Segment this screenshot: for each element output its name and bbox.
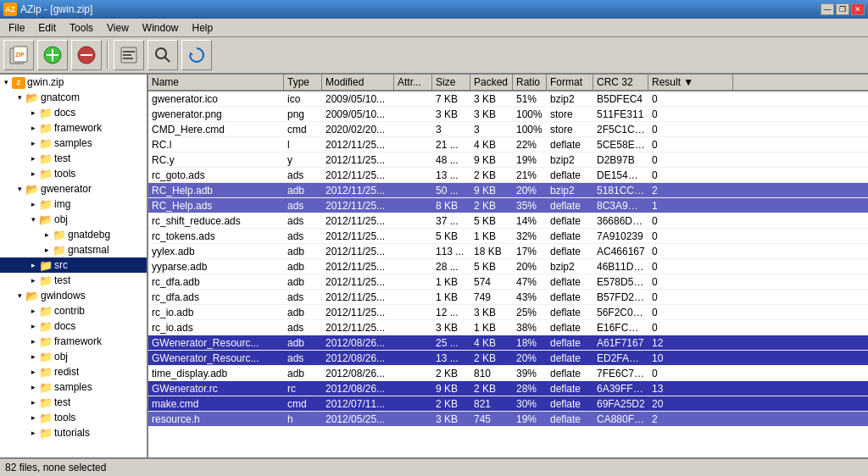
file-row[interactable]: yylex.adbadb2012/11/25...113 ...18 KB17%…: [148, 244, 868, 259]
tree-item-redist[interactable]: ▸📁redist: [0, 364, 147, 379]
tree-item-test3[interactable]: ▸📁test: [0, 395, 147, 410]
file-row[interactable]: rc_shift_reduce.adsads2012/11/25...37 ..…: [148, 213, 868, 229]
menu-file[interactable]: File: [2, 20, 31, 36]
tree-toggle-docs[interactable]: ▸: [27, 107, 39, 119]
search-button[interactable]: [147, 40, 178, 70]
file-row[interactable]: yyparse.adbadb2012/11/25...28 ...5 KB20%…: [148, 259, 868, 274]
menu-help[interactable]: Help: [186, 20, 220, 36]
tree-item-gwenerator[interactable]: ▾📂gwenerator: [0, 181, 147, 196]
menu-edit[interactable]: Edit: [31, 20, 63, 36]
tree-toggle-tools1[interactable]: ▸: [27, 168, 39, 180]
header-packed[interactable]: Packed: [470, 75, 513, 90]
tree-item-test1[interactable]: ▸📁test: [0, 151, 147, 166]
header-attr[interactable]: Attr...: [394, 75, 432, 90]
tree-toggle-test2[interactable]: ▸: [27, 274, 39, 286]
file-row[interactable]: RC.yy2012/11/25...48 ...9 KB19%bzip2D2B9…: [148, 152, 868, 168]
tree-item-gwindows[interactable]: ▾📂gwindows: [0, 288, 147, 303]
remove-button[interactable]: [71, 40, 102, 70]
header-crc[interactable]: CRC 32: [593, 75, 648, 90]
tree-item-framework1[interactable]: ▸📁framework: [0, 120, 147, 136]
tree-item-obj[interactable]: ▾📂obj: [0, 212, 147, 227]
file-row[interactable]: GWenerator_Resourc...adb2012/08/26...25 …: [148, 335, 868, 351]
file-row[interactable]: rc_goto.adsads2012/11/25...13 ...2 KB21%…: [148, 168, 868, 183]
tree-item-tutorials[interactable]: ▸📁tutorials: [0, 425, 147, 440]
tree-item-samples2[interactable]: ▸📁samples: [0, 379, 147, 395]
tree-item-contrib[interactable]: ▸📁contrib: [0, 303, 147, 318]
tree-item-tools1[interactable]: ▸📁tools: [0, 166, 147, 181]
logo-button[interactable]: ZIP: [3, 40, 34, 70]
header-result[interactable]: Result ▼: [648, 75, 733, 90]
tree-item-gnatcom[interactable]: ▾📂gnatcom: [0, 90, 147, 105]
tree-toggle-img[interactable]: ▸: [27, 198, 39, 210]
header-type[interactable]: Type: [284, 75, 322, 90]
header-format[interactable]: Format: [547, 75, 593, 90]
tree-toggle-tools2[interactable]: ▸: [27, 412, 39, 423]
tree-toggle-docs2[interactable]: ▸: [27, 320, 39, 332]
tree-item-framework2[interactable]: ▸📁framework: [0, 334, 147, 349]
header-modified[interactable]: Modified: [322, 75, 394, 90]
file-row[interactable]: rc_dfa.adbadb2012/11/25...1 KB57447%defl…: [148, 274, 868, 290]
file-row[interactable]: rc_io.adbadb2012/11/25...12 ...3 KB25%de…: [148, 305, 868, 320]
file-row[interactable]: rc_dfa.adsads2012/11/25...1 KB74943%defl…: [148, 290, 868, 305]
tree-toggle-framework2[interactable]: ▸: [27, 335, 39, 347]
file-row[interactable]: gwenerator.icoico2009/05/10...7 KB3 KB51…: [148, 91, 868, 107]
file-cell-modified: 2012/11/25...: [322, 138, 394, 152]
tree-toggle-contrib[interactable]: ▸: [27, 305, 39, 317]
menu-tools[interactable]: Tools: [63, 20, 100, 36]
file-row[interactable]: make.cmdcmd2012/07/11...2 KB82130%deflat…: [148, 396, 868, 412]
file-row[interactable]: resource.hh2012/05/25...3 KB74519%deflat…: [148, 412, 868, 427]
tree-item-tools2[interactable]: ▸📁tools: [0, 410, 147, 425]
maximize-button[interactable]: ❐: [836, 3, 849, 15]
tree-toggle-gwenerator[interactable]: ▾: [14, 183, 25, 195]
tree-toggle-gnatcom[interactable]: ▾: [14, 91, 25, 103]
tree-item-docs2[interactable]: ▸📁docs: [0, 318, 147, 334]
header-name[interactable]: Name: [148, 75, 284, 90]
tree-item-gnatdebg[interactable]: ▸📁gnatdebg: [0, 227, 147, 242]
tree-toggle-samples[interactable]: ▸: [27, 137, 39, 149]
tree-item-src[interactable]: ▸📁src: [0, 257, 147, 273]
tree-toggle-gwindows[interactable]: ▾: [14, 290, 25, 302]
tree-item-obj2[interactable]: ▸📁obj: [0, 349, 147, 364]
file-row[interactable]: RC_Help.adsads2012/11/25...8 KB2 KB35%de…: [148, 198, 868, 213]
file-row[interactable]: GWenerator_Resourc...ads2012/08/26...13 …: [148, 351, 868, 366]
file-row[interactable]: rc_io.adsads2012/11/25...3 KB1 KB38%defl…: [148, 320, 868, 335]
header-ratio[interactable]: Ratio: [513, 75, 547, 90]
file-row[interactable]: GWenerator.rcrc2012/08/26...9 KB2 KB28%d…: [148, 381, 868, 396]
tree-item-samples[interactable]: ▸📁samples: [0, 136, 147, 151]
tree-toggle-framework1[interactable]: ▸: [27, 122, 39, 134]
tree-toggle-test1[interactable]: ▸: [27, 152, 39, 164]
tree-toggle-gnatdebg[interactable]: ▸: [41, 229, 53, 241]
tree-toggle-obj2[interactable]: ▸: [27, 351, 39, 363]
header-size[interactable]: Size: [432, 75, 470, 90]
file-row[interactable]: gwenerator.pngpng2009/05/10...3 KB3 KB10…: [148, 107, 868, 122]
tree-item-docs[interactable]: ▸📁docs: [0, 105, 147, 120]
tree-toggle-redist[interactable]: ▸: [27, 366, 39, 378]
refresh-button[interactable]: [181, 40, 212, 70]
tree-toggle-src[interactable]: ▸: [27, 259, 39, 271]
tree-toggle-gwin.zip[interactable]: ▾: [0, 76, 12, 88]
tree-item-test2[interactable]: ▸📁test: [0, 273, 147, 288]
properties-button[interactable]: [114, 40, 144, 70]
tree-toggle-gnatsmal[interactable]: ▸: [41, 244, 53, 256]
close-button[interactable]: ✕: [851, 3, 865, 15]
file-row[interactable]: RC.ll2012/11/25...21 ...4 KB22%deflate5C…: [148, 137, 868, 152]
file-cell-type: ico: [284, 92, 322, 106]
menu-view[interactable]: View: [100, 20, 136, 36]
tree-toggle-tutorials[interactable]: ▸: [27, 427, 39, 439]
tree-item-gwin.zip[interactable]: ▾Zgwin.zip: [0, 75, 147, 90]
tree-toggle-obj[interactable]: ▾: [27, 213, 39, 225]
file-row[interactable]: CMD_Here.cmdcmd2020/02/20...33100%store2…: [148, 122, 868, 137]
minimize-button[interactable]: —: [821, 3, 834, 15]
tree-item-gnatsmal[interactable]: ▸📁gnatsmal: [0, 242, 147, 257]
status-bar: 82 files, none selected: [0, 457, 868, 476]
file-cell-name: GWenerator.rc: [148, 382, 284, 396]
tree-item-img[interactable]: ▸📁img: [0, 196, 147, 212]
tree-toggle-samples2[interactable]: ▸: [27, 381, 39, 393]
file-row[interactable]: rc_tokens.adsads2012/11/25...5 KB1 KB32%…: [148, 229, 868, 244]
file-row[interactable]: RC_Help.adbadb2012/11/25...50 ...9 KB20%…: [148, 183, 868, 198]
add-button[interactable]: [37, 40, 68, 70]
file-row[interactable]: time_display.adbadb2012/08/26...2 KB8103…: [148, 366, 868, 381]
tree-toggle-test3[interactable]: ▸: [27, 396, 39, 408]
title-controls[interactable]: — ❐ ✕: [821, 3, 865, 15]
menu-window[interactable]: Window: [136, 20, 186, 36]
